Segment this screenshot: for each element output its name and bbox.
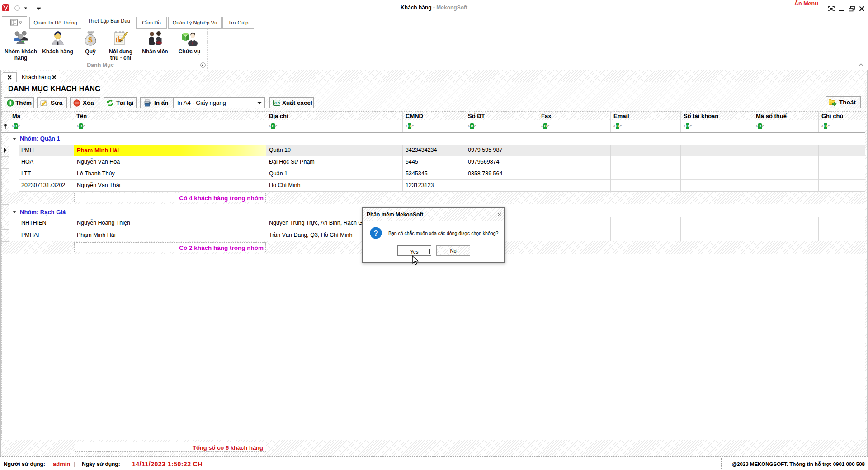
svg-text:XLS: XLS — [274, 101, 280, 105]
svg-text:$: $ — [88, 36, 93, 44]
svg-text:?: ? — [373, 229, 378, 238]
